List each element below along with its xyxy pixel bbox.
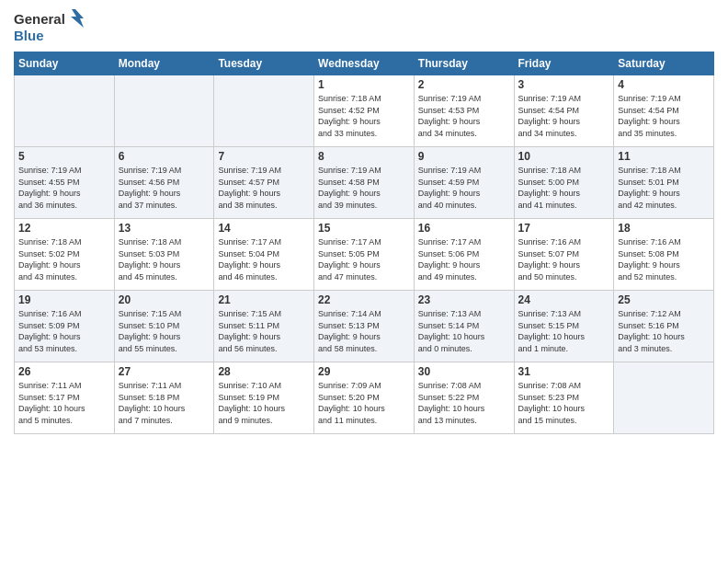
week-row-2: 5Sunrise: 7:19 AM Sunset: 4:55 PM Daylig… [15, 147, 714, 219]
week-row-3: 12Sunrise: 7:18 AM Sunset: 5:02 PM Dayli… [15, 219, 714, 291]
day-number: 23 [418, 293, 510, 306]
day-number: 5 [18, 150, 110, 163]
day-info: Sunrise: 7:19 AM Sunset: 4:53 PM Dayligh… [418, 93, 510, 139]
day-number: 17 [518, 222, 610, 235]
day-number: 31 [518, 365, 610, 378]
day-info: Sunrise: 7:19 AM Sunset: 4:56 PM Dayligh… [119, 165, 210, 211]
day-info: Sunrise: 7:17 AM Sunset: 5:06 PM Dayligh… [418, 236, 510, 282]
calendar-cell: 11Sunrise: 7:18 AM Sunset: 5:01 PM Dayli… [614, 147, 714, 219]
day-number: 8 [318, 150, 410, 163]
day-info: Sunrise: 7:18 AM Sunset: 5:02 PM Dayligh… [18, 236, 110, 282]
day-info: Sunrise: 7:08 AM Sunset: 5:22 PM Dayligh… [418, 380, 510, 426]
page-container: General Blue SundayMondayTuesdayWednesda… [0, 0, 728, 439]
calendar-cell: 19Sunrise: 7:16 AM Sunset: 5:09 PM Dayli… [15, 291, 115, 362]
calendar-cell: 10Sunrise: 7:18 AM Sunset: 5:00 PM Dayli… [514, 147, 614, 219]
calendar-cell: 31Sunrise: 7:08 AM Sunset: 5:23 PM Dayli… [514, 362, 614, 434]
calendar-cell: 30Sunrise: 7:08 AM Sunset: 5:22 PM Dayli… [414, 362, 514, 434]
day-info: Sunrise: 7:15 AM Sunset: 5:11 PM Dayligh… [218, 308, 310, 354]
header: General Blue [14, 9, 714, 44]
day-info: Sunrise: 7:08 AM Sunset: 5:23 PM Dayligh… [518, 380, 610, 426]
calendar-cell: 8Sunrise: 7:19 AM Sunset: 4:58 PM Daylig… [314, 147, 415, 219]
day-info: Sunrise: 7:17 AM Sunset: 5:04 PM Dayligh… [218, 236, 310, 282]
day-number: 26 [18, 365, 110, 378]
logo-icon [67, 9, 84, 28]
day-number: 27 [119, 365, 210, 378]
header-tuesday: Tuesday [214, 52, 314, 75]
calendar-cell: 22Sunrise: 7:14 AM Sunset: 5:13 PM Dayli… [314, 291, 415, 362]
calendar-cell: 20Sunrise: 7:15 AM Sunset: 5:10 PM Dayli… [114, 291, 214, 362]
day-number: 2 [418, 78, 510, 91]
calendar-header-row: SundayMondayTuesdayWednesdayThursdayFrid… [15, 52, 714, 75]
day-number: 10 [518, 150, 610, 163]
logo-text: General Blue [14, 9, 85, 44]
week-row-4: 19Sunrise: 7:16 AM Sunset: 5:09 PM Dayli… [15, 291, 714, 362]
day-number: 18 [618, 222, 710, 235]
day-number: 9 [418, 150, 510, 163]
day-info: Sunrise: 7:11 AM Sunset: 5:17 PM Dayligh… [18, 380, 110, 426]
header-sunday: Sunday [15, 52, 115, 75]
day-info: Sunrise: 7:19 AM Sunset: 4:55 PM Dayligh… [18, 165, 110, 211]
calendar-cell: 18Sunrise: 7:16 AM Sunset: 5:08 PM Dayli… [614, 219, 714, 291]
header-wednesday: Wednesday [314, 52, 415, 75]
calendar-cell: 6Sunrise: 7:19 AM Sunset: 4:56 PM Daylig… [114, 147, 214, 219]
day-info: Sunrise: 7:09 AM Sunset: 5:20 PM Dayligh… [318, 380, 410, 426]
day-info: Sunrise: 7:13 AM Sunset: 5:14 PM Dayligh… [418, 308, 510, 354]
calendar-cell: 23Sunrise: 7:13 AM Sunset: 5:14 PM Dayli… [414, 291, 514, 362]
calendar-cell: 15Sunrise: 7:17 AM Sunset: 5:05 PM Dayli… [314, 219, 415, 291]
logo: General Blue [14, 9, 85, 44]
day-info: Sunrise: 7:18 AM Sunset: 5:01 PM Dayligh… [618, 165, 710, 211]
calendar-cell: 17Sunrise: 7:16 AM Sunset: 5:07 PM Dayli… [514, 219, 614, 291]
day-info: Sunrise: 7:14 AM Sunset: 5:13 PM Dayligh… [318, 308, 410, 354]
calendar-table: SundayMondayTuesdayWednesdayThursdayFrid… [14, 52, 714, 434]
day-info: Sunrise: 7:16 AM Sunset: 5:07 PM Dayligh… [518, 236, 610, 282]
day-info: Sunrise: 7:16 AM Sunset: 5:08 PM Dayligh… [618, 236, 710, 282]
logo-blue: Blue [14, 28, 44, 43]
day-info: Sunrise: 7:18 AM Sunset: 5:00 PM Dayligh… [518, 165, 610, 211]
day-number: 24 [518, 293, 610, 306]
day-info: Sunrise: 7:18 AM Sunset: 5:03 PM Dayligh… [119, 236, 210, 282]
day-info: Sunrise: 7:19 AM Sunset: 4:58 PM Dayligh… [318, 165, 410, 211]
calendar-cell: 7Sunrise: 7:19 AM Sunset: 4:57 PM Daylig… [214, 147, 314, 219]
svg-marker-0 [71, 9, 84, 28]
day-info: Sunrise: 7:13 AM Sunset: 5:15 PM Dayligh… [518, 308, 610, 354]
day-info: Sunrise: 7:12 AM Sunset: 5:16 PM Dayligh… [618, 308, 710, 354]
day-number: 16 [418, 222, 510, 235]
header-thursday: Thursday [414, 52, 514, 75]
day-number: 21 [218, 293, 310, 306]
header-saturday: Saturday [614, 52, 714, 75]
day-info: Sunrise: 7:17 AM Sunset: 5:05 PM Dayligh… [318, 236, 410, 282]
day-number: 13 [119, 222, 210, 235]
day-info: Sunrise: 7:19 AM Sunset: 4:59 PM Dayligh… [418, 165, 510, 211]
day-info: Sunrise: 7:18 AM Sunset: 4:52 PM Dayligh… [318, 93, 410, 139]
calendar-cell: 9Sunrise: 7:19 AM Sunset: 4:59 PM Daylig… [414, 147, 514, 219]
week-row-1: 1Sunrise: 7:18 AM Sunset: 4:52 PM Daylig… [15, 75, 714, 147]
day-info: Sunrise: 7:15 AM Sunset: 5:10 PM Dayligh… [119, 308, 210, 354]
day-number: 11 [618, 150, 710, 163]
day-number: 20 [119, 293, 210, 306]
day-info: Sunrise: 7:19 AM Sunset: 4:57 PM Dayligh… [218, 165, 310, 211]
calendar-cell [15, 75, 115, 147]
calendar-cell: 13Sunrise: 7:18 AM Sunset: 5:03 PM Dayli… [114, 219, 214, 291]
day-info: Sunrise: 7:19 AM Sunset: 4:54 PM Dayligh… [618, 93, 710, 139]
calendar-cell: 26Sunrise: 7:11 AM Sunset: 5:17 PM Dayli… [15, 362, 115, 434]
calendar-cell: 2Sunrise: 7:19 AM Sunset: 4:53 PM Daylig… [414, 75, 514, 147]
calendar-cell: 24Sunrise: 7:13 AM Sunset: 5:15 PM Dayli… [514, 291, 614, 362]
day-number: 29 [318, 365, 410, 378]
calendar-cell: 12Sunrise: 7:18 AM Sunset: 5:02 PM Dayli… [15, 219, 115, 291]
calendar-cell: 16Sunrise: 7:17 AM Sunset: 5:06 PM Dayli… [414, 219, 514, 291]
calendar-cell: 21Sunrise: 7:15 AM Sunset: 5:11 PM Dayli… [214, 291, 314, 362]
header-friday: Friday [514, 52, 614, 75]
day-number: 6 [119, 150, 210, 163]
day-number: 15 [318, 222, 410, 235]
calendar-cell: 14Sunrise: 7:17 AM Sunset: 5:04 PM Dayli… [214, 219, 314, 291]
calendar-cell: 25Sunrise: 7:12 AM Sunset: 5:16 PM Dayli… [614, 291, 714, 362]
calendar-cell: 29Sunrise: 7:09 AM Sunset: 5:20 PM Dayli… [314, 362, 415, 434]
day-number: 14 [218, 222, 310, 235]
day-number: 7 [218, 150, 310, 163]
calendar-cell: 3Sunrise: 7:19 AM Sunset: 4:54 PM Daylig… [514, 75, 614, 147]
logo-general: General [14, 12, 65, 26]
day-info: Sunrise: 7:16 AM Sunset: 5:09 PM Dayligh… [18, 308, 110, 354]
day-info: Sunrise: 7:11 AM Sunset: 5:18 PM Dayligh… [119, 380, 210, 426]
day-number: 28 [218, 365, 310, 378]
day-number: 30 [418, 365, 510, 378]
